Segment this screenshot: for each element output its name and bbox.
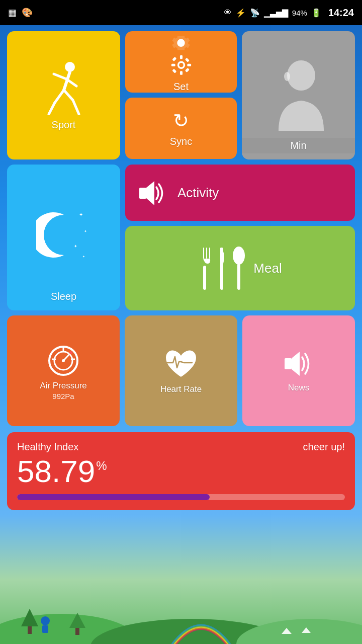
sync-label: Sync [170,136,192,147]
healthy-number: 58.79 [17,456,95,487]
heart-rate-label: Heart Rate [160,384,202,394]
healthy-index-panel: Healthy Index cheer up! 58.79 % [7,432,355,510]
row-2: ✦ ✦ ✦ ✦ ✦ ✦ ✦ Sleep [7,165,355,310]
landscape-decoration [0,599,362,644]
signal-icon: ▁▃▅▇ [264,8,288,18]
activity-label: Activity [177,185,219,201]
activity-tile[interactable]: Activity [125,165,355,221]
svg-rect-13 [187,64,191,66]
status-time: 14:24 [328,7,354,19]
svg-rect-54 [42,625,48,633]
svg-line-2 [54,74,66,79]
svg-text:✦: ✦ [82,255,85,258]
svg-rect-12 [171,64,175,66]
svg-rect-11 [179,71,182,75]
set-sync-col: Set ↻ Sync [125,31,237,159]
battery-label: 94% [292,9,307,17]
landscape-svg [0,599,362,644]
gauge-icon [46,342,81,377]
bluetooth-icon: ⚡ [236,8,246,18]
svg-line-4 [55,90,64,103]
row-3: Air Pressure 992Pa Heart Rate News [7,315,355,426]
profile-label: Min [242,138,355,153]
healthy-percent: % [96,460,107,472]
news-tile[interactable]: News [242,315,355,426]
battery-icon: 🔋 [311,8,321,18]
svg-text:✦: ✦ [79,212,83,217]
meal-tile[interactable]: Meal [125,226,355,310]
app-icon-2: 🎨 [22,7,33,18]
healthy-top: Healthy Index cheer up! [17,441,345,453]
svg-line-7 [73,100,79,114]
svg-text:✦: ✦ [84,229,87,233]
heart-rate-tile[interactable]: Heart Rate [125,315,237,426]
svg-rect-15 [185,58,189,62]
sport-tile[interactable]: Sport [7,31,120,159]
avatar [268,60,329,131]
meal-label: Meal [253,261,282,276]
heart-rate-icon [163,348,199,380]
progress-bar-background [17,494,345,500]
svg-rect-30 [206,248,207,259]
healthy-index-title: Healthy Index [17,441,78,453]
svg-rect-10 [179,55,182,59]
activity-meal-col: Activity Me [125,165,355,310]
svg-rect-29 [203,248,204,259]
svg-text:✦: ✦ [74,244,77,249]
status-left: ▦ 🎨 [8,7,33,18]
svg-rect-27 [139,188,146,199]
svg-point-53 [41,616,50,625]
main-content: Sport [0,25,362,432]
status-bar: ▦ 🎨 👁 ⚡ 📡 ▁▃▅▇ 94% 🔋 14:24 [0,0,362,25]
speaker-icon [137,179,167,207]
svg-line-40 [63,353,71,361]
app-icon-1: ▦ [8,7,17,18]
svg-point-42 [69,351,72,354]
gear-icon [166,31,196,54]
svg-point-41 [62,359,65,362]
svg-rect-14 [172,57,176,61]
sync-icon: ↻ [173,110,189,132]
svg-rect-17 [185,68,189,72]
svg-point-19 [284,72,290,81]
gear-icon-simple [167,54,195,76]
status-right: 👁 ⚡ 📡 ▁▃▅▇ 94% 🔋 14:24 [224,7,354,19]
svg-rect-31 [209,248,210,259]
set-tile[interactable]: Set [125,31,237,93]
svg-rect-28 [203,266,206,290]
sport-icon [44,60,84,115]
svg-line-6 [64,90,73,100]
svg-line-5 [49,103,55,114]
cast-icon: 📡 [250,8,260,18]
svg-rect-16 [172,69,176,73]
svg-rect-43 [285,358,292,369]
news-icon [283,349,315,379]
air-pressure-value: 992Pa [52,392,74,400]
svg-point-18 [287,60,315,91]
set-label: Set [173,81,189,93]
profile-tile[interactable]: Min [242,31,355,159]
air-pressure-label: Air Pressure [40,381,87,391]
svg-point-9 [179,63,184,67]
svg-point-0 [65,62,75,72]
eye-icon: 👁 [224,8,232,17]
healthy-value-display: 58.79 % [17,456,345,487]
progress-bar-fill [17,494,210,500]
sleep-label: Sleep [7,291,120,302]
air-pressure-tile[interactable]: Air Pressure 992Pa [7,315,120,426]
svg-rect-33 [237,264,240,290]
utensils-icon [198,246,248,291]
sleep-tile[interactable]: ✦ ✦ ✦ ✦ ✦ ✦ ✦ Sleep [7,165,120,310]
healthy-cheer-text: cheer up! [303,441,345,453]
news-label: News [288,383,310,393]
svg-point-46 [236,619,362,644]
sync-tile[interactable]: ↻ Sync [125,98,237,159]
row-1: Sport [7,31,355,159]
moon-icon: ✦ ✦ ✦ ✦ ✦ ✦ ✦ [36,207,92,268]
svg-point-34 [233,247,245,265]
sport-label: Sport [52,119,76,131]
